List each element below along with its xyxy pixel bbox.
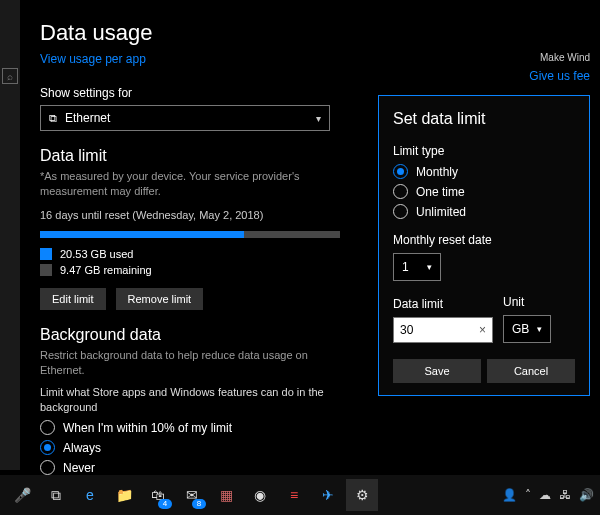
- people-icon[interactable]: 👤: [502, 488, 517, 502]
- dialog-title: Set data limit: [393, 110, 575, 128]
- data-limit-value: 30: [400, 323, 413, 337]
- telegram-icon[interactable]: ✈: [312, 479, 344, 511]
- limit-type-unlimited[interactable]: Unlimited: [393, 204, 575, 219]
- chevron-down-icon: ▾: [537, 324, 542, 334]
- bg-option-always[interactable]: Always: [40, 440, 586, 455]
- remove-limit-button[interactable]: Remove limit: [116, 288, 204, 310]
- usage-progress: [40, 231, 340, 238]
- swatch-remaining: [40, 264, 52, 276]
- file-explorer-icon[interactable]: 📁: [108, 479, 140, 511]
- volume-icon[interactable]: 🔊: [579, 488, 594, 502]
- clear-input-icon[interactable]: ×: [479, 323, 486, 337]
- tray-chevron-icon[interactable]: ˄: [525, 488, 531, 502]
- data-limit-input-label: Data limit: [393, 297, 493, 311]
- swatch-used: [40, 248, 52, 260]
- data-limit-note: *As measured by your device. Your servic…: [40, 169, 350, 199]
- unit-value: GB: [512, 322, 529, 336]
- search-icon[interactable]: ⌕: [2, 68, 18, 84]
- legend-used-text: 20.53 GB used: [60, 248, 133, 260]
- limit-type-onetime[interactable]: One time: [393, 184, 575, 199]
- limit-type-label: Limit type: [393, 144, 575, 158]
- unit-select[interactable]: GB ▾: [503, 315, 551, 343]
- todoist-icon[interactable]: ≡: [278, 479, 310, 511]
- network-icon[interactable]: 🖧: [559, 488, 571, 502]
- bg-option-within[interactable]: When I'm within 10% of my limit: [40, 420, 586, 435]
- taskbar: 🎤 ⧉ e 📁 🛍4 ✉8 ▦ ◉ ≡ ✈ ⚙ 👤 ˄ ☁ 🖧 🔊: [0, 475, 600, 515]
- radio-icon: [40, 460, 55, 475]
- network-select[interactable]: ⧉ Ethernet ▾: [40, 105, 330, 131]
- limit-type-onetime-label: One time: [416, 185, 465, 199]
- make-windows-text: Make Wind: [529, 52, 590, 63]
- cortana-icon[interactable]: 🎤: [6, 479, 38, 511]
- radio-icon: [393, 184, 408, 199]
- reset-date-select[interactable]: 1 ▾: [393, 253, 441, 281]
- view-usage-link[interactable]: View usage per app: [40, 52, 146, 66]
- edge-icon[interactable]: e: [74, 479, 106, 511]
- reset-date-label: Monthly reset date: [393, 233, 575, 247]
- page-title: Data usage: [40, 20, 586, 46]
- radio-icon: [393, 204, 408, 219]
- radio-icon: [393, 164, 408, 179]
- save-button[interactable]: Save: [393, 359, 481, 383]
- radio-icon: [40, 420, 55, 435]
- edit-limit-button[interactable]: Edit limit: [40, 288, 106, 310]
- unit-label: Unit: [503, 295, 551, 309]
- set-data-limit-dialog: Set data limit Limit type Monthly One ti…: [378, 95, 590, 396]
- background-desc: Restrict background data to help reduce …: [40, 348, 350, 378]
- store-icon[interactable]: 🛍4: [142, 479, 174, 511]
- network-select-value: Ethernet: [65, 111, 110, 125]
- settings-icon[interactable]: ⚙: [346, 479, 378, 511]
- reset-date-value: 1: [402, 260, 409, 274]
- radio-icon: [40, 440, 55, 455]
- chrome-icon[interactable]: ◉: [244, 479, 276, 511]
- limit-type-monthly[interactable]: Monthly: [393, 164, 575, 179]
- feedback-area: Make Wind Give us fee: [529, 52, 590, 83]
- bg-option-within-label: When I'm within 10% of my limit: [63, 421, 232, 435]
- mail-icon[interactable]: ✉8: [176, 479, 208, 511]
- usage-progress-fill: [40, 231, 244, 238]
- bg-option-always-label: Always: [63, 441, 101, 455]
- cancel-button[interactable]: Cancel: [487, 359, 575, 383]
- store-badge: 4: [158, 499, 172, 509]
- app-icon[interactable]: ▦: [210, 479, 242, 511]
- legend-remaining-text: 9.47 GB remaining: [60, 264, 152, 276]
- bg-option-never-label: Never: [63, 461, 95, 475]
- background-question: Limit what Store apps and Windows featur…: [40, 385, 350, 415]
- chevron-down-icon: ▾: [427, 262, 432, 272]
- ethernet-icon: ⧉: [49, 112, 57, 125]
- mail-badge: 8: [192, 499, 206, 509]
- bg-option-never[interactable]: Never: [40, 460, 586, 475]
- chevron-down-icon: ▾: [316, 113, 321, 124]
- task-view-icon[interactable]: ⧉: [40, 479, 72, 511]
- onedrive-icon[interactable]: ☁: [539, 488, 551, 502]
- data-limit-input[interactable]: 30 ×: [393, 317, 493, 343]
- feedback-link[interactable]: Give us fee: [529, 69, 590, 83]
- left-rail: ⌕: [0, 0, 21, 470]
- limit-type-unlimited-label: Unlimited: [416, 205, 466, 219]
- limit-type-monthly-label: Monthly: [416, 165, 458, 179]
